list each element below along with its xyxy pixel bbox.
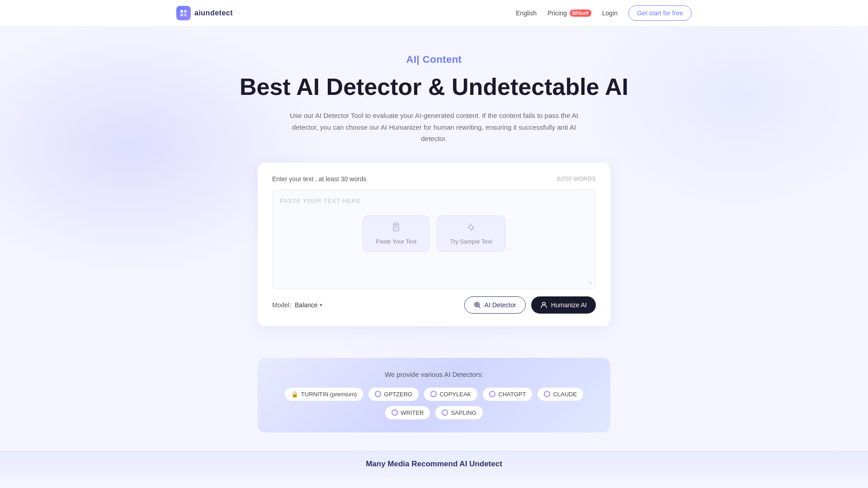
model-label: Model: [272,301,291,309]
humanize-icon [540,301,547,309]
hero-description: Use our AI Detector Tool to evaluate you… [289,110,579,145]
dot-icon-chatgpt [489,391,495,397]
detectors-title: We provide various AI Detectors: [272,371,596,378]
nav-cta-button[interactable]: Get start for free [628,5,692,21]
discount-badge: 50%off [570,9,591,17]
chip-sapling[interactable]: SAPLING [435,406,483,420]
svg-point-17 [476,304,478,305]
logo-icon [176,6,191,20]
chip-writer[interactable]: WRITER [385,406,430,420]
humanize-label: Humanize AI [551,301,587,309]
nav-pricing: Pricing [547,9,567,17]
nav-right: English Pricing 50%off Login Get start f… [516,5,692,21]
chip-label-turnitin: TURNITIN (premium) [301,391,357,398]
paste-icon [391,222,401,235]
sample-text-label: Try Sample Text [450,238,492,245]
text-placeholder: PASTE YOUR TEXT HERE [280,197,361,204]
footer-buttons: AI Detector Humanize AI [464,296,596,314]
detectors-section: We provide various AI Detectors: 🔒 TURNI… [258,358,610,432]
ai-detector-button[interactable]: AI Detector [464,296,526,314]
svg-line-18 [479,306,480,308]
word-count: 0/250 WORDS [557,175,596,182]
pricing-area[interactable]: Pricing 50%off [547,9,591,17]
media-title: Many Media Recommend AI Undetect [9,460,859,469]
chip-label-writer: WRITER [401,409,424,416]
chip-label-gptzero: GPTZERO [384,391,412,398]
dot-icon-gptzero [375,391,381,397]
svg-rect-2 [180,14,183,16]
sample-text-button[interactable]: Try Sample Text [437,216,505,252]
dropdown-arrow-icon: ▾ [320,302,322,308]
text-area-wrapper[interactable]: PASTE YOUR TEXT HERE Paste Your Text [272,190,596,289]
main-card: Enter your text , at least 30 words 0/25… [258,163,610,326]
svg-rect-1 [184,10,187,13]
logo-area[interactable]: aiundetect [176,6,233,20]
svg-point-19 [542,302,545,305]
dot-icon-claude [544,391,550,397]
chip-claude[interactable]: CLAUDE [537,387,584,401]
paste-text-label: Paste Your Text [376,238,416,245]
chip-turnitin[interactable]: 🔒 TURNITIN (premium) [284,387,364,401]
chip-label-claude: CLAUDE [553,391,577,398]
chip-label-sapling: SAPLING [451,409,476,416]
svg-rect-3 [184,14,187,16]
model-selector: Model: Balance ▾ [272,301,322,309]
svg-rect-5 [395,223,397,225]
chip-label-copyleak: COPYLEAK [439,391,471,398]
chip-copyleak[interactable]: COPYLEAK [424,387,478,401]
hero-subtitle: AI| Content [9,54,859,66]
model-value: Balance [295,301,318,309]
dot-icon-sapling [442,409,448,416]
hero-title: Best AI Detector & Undetectable AI [9,73,859,101]
logo-text: aiundetect [194,9,233,17]
resize-handle[interactable]: ⤡ [588,280,593,286]
chip-chatgpt[interactable]: CHATGPT [482,387,533,401]
chip-label-chatgpt: CHATGPT [498,391,526,398]
detector-chips: 🔒 TURNITIN (premium) GPTZERO COPYLEAK CH… [272,387,596,420]
svg-line-14 [469,225,470,225]
hero-section: AI| Content Best AI Detector & Undetecta… [0,27,868,340]
media-section: Many Media Recommend AI Undetect [0,450,868,478]
card-footer: Model: Balance ▾ AI Detector [272,296,596,314]
card-header: Enter your text , at least 30 words 0/25… [272,175,596,183]
sample-icon [466,222,476,235]
nav-english[interactable]: English [516,9,537,17]
navbar: aiundetect English Pricing 50%off Login … [0,0,868,27]
svg-line-15 [473,229,474,230]
action-buttons: Paste Your Text Try [280,197,588,261]
detector-icon [474,301,481,309]
dot-icon-writer [392,409,398,416]
chip-gptzero[interactable]: GPTZERO [368,387,419,401]
ai-detector-label: AI Detector [485,301,516,309]
card-label: Enter your text , at least 30 words [272,175,367,183]
svg-point-9 [469,225,473,229]
model-dropdown[interactable]: Balance ▾ [295,301,322,309]
lock-icon: 🔒 [291,391,298,398]
nav-login[interactable]: Login [602,9,618,17]
svg-rect-0 [180,10,183,13]
dot-icon-copyleak [430,391,437,397]
humanize-button[interactable]: Humanize AI [531,296,596,314]
paste-text-button[interactable]: Paste Your Text [363,216,429,252]
